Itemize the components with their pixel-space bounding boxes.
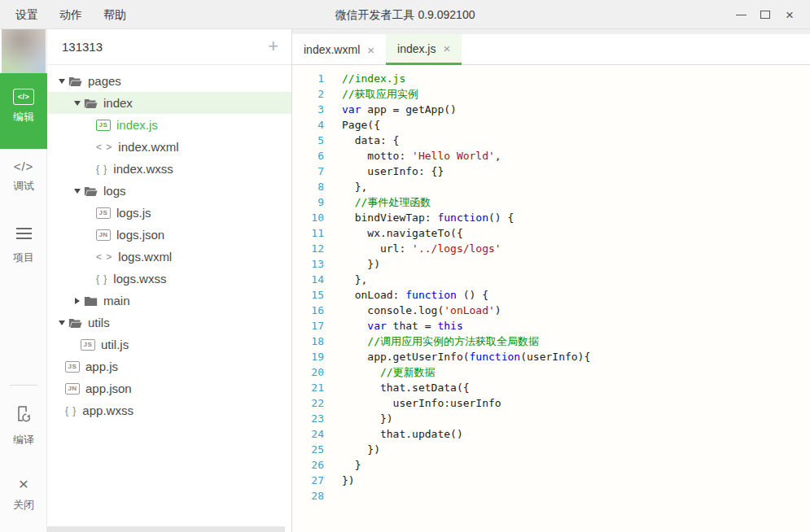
code-line[interactable]: 24 that.update() xyxy=(292,426,810,442)
code-line-content: }) xyxy=(342,442,380,457)
json-badge-icon: JN xyxy=(96,229,111,241)
tree-item-pages[interactable]: pages xyxy=(47,70,291,92)
wxss-file-icon: { } xyxy=(65,405,77,416)
code-line[interactable]: 17 var that = this xyxy=(292,318,810,334)
tree-item-logs-wxml[interactable]: < >logs.wxml xyxy=(47,246,291,268)
code-line[interactable]: 15 onLoad: function () { xyxy=(292,287,810,303)
tree-item-app-json[interactable]: JNapp.json xyxy=(47,377,291,399)
add-file-button[interactable]: + xyxy=(263,29,283,65)
folder-open-icon xyxy=(68,76,82,87)
folder-closed-icon xyxy=(84,295,98,307)
caret-down-icon[interactable] xyxy=(72,101,82,106)
code-line[interactable]: 10 bindViewTap: function() { xyxy=(292,210,810,225)
explorer-horizontal-scrollbar[interactable] xyxy=(47,526,285,532)
curly-braces-icon: { } xyxy=(96,164,107,175)
tree-item-logs-wxss[interactable]: { }logs.wxss xyxy=(47,268,291,290)
tab-index-wxml[interactable]: index.wxml× xyxy=(292,34,386,65)
close-x-icon: × xyxy=(19,474,28,493)
caret-down-icon[interactable] xyxy=(72,189,82,194)
line-number: 14 xyxy=(292,272,324,287)
code-line-content: console.log('onLoad') xyxy=(342,303,501,318)
window-title: 微信开发者工具 0.9.092100 xyxy=(0,0,810,29)
tree-item-label: util.js xyxy=(101,338,129,351)
tree-item-logs-json[interactable]: JNlogs.json xyxy=(47,224,291,246)
code-editor[interactable]: 1//index.js2//获取应用实例3var app = getApp()4… xyxy=(292,65,810,532)
curly-braces-icon: { } xyxy=(65,405,77,416)
tree-item-logs-js[interactable]: JSlogs.js xyxy=(47,202,291,224)
code-line[interactable]: 13 }) xyxy=(292,256,810,272)
code-line[interactable]: 19 app.getUserInfo(function(userInfo){ xyxy=(292,349,810,364)
code-line-content: userInfo:userInfo xyxy=(342,395,501,411)
code-line-content: //更新数据 xyxy=(342,364,436,380)
js-badge-icon: JS xyxy=(96,120,111,131)
tree-item-app-js[interactable]: JSapp.js xyxy=(47,355,291,377)
code-line-content: bindViewTap: function() { xyxy=(342,210,514,225)
code-line[interactable]: 8 }, xyxy=(292,179,810,194)
project-name: 131313 xyxy=(62,29,103,65)
caret-down-icon[interactable] xyxy=(57,79,67,84)
code-line[interactable]: 27}) xyxy=(292,473,810,488)
sidebar-item-project[interactable]: 项目 xyxy=(0,225,47,265)
code-box-icon: </> xyxy=(13,89,34,105)
code-line[interactable]: 26 } xyxy=(292,457,810,473)
code-line[interactable]: 6 motto: 'Hello World', xyxy=(292,148,810,164)
code-line[interactable]: 22 userInfo:userInfo xyxy=(292,395,810,411)
minimize-icon xyxy=(736,15,747,15)
sidebar-item-compile[interactable]: 编译 xyxy=(0,403,47,447)
code-line-content: onLoad: function () { xyxy=(342,287,488,303)
code-line[interactable]: 3var app = getApp() xyxy=(292,102,810,117)
activity-sidebar: </>编辑</>调试项目编译×关闭 xyxy=(0,29,47,532)
tree-item-index-js[interactable]: JSindex.js xyxy=(47,114,291,136)
tree-item-main[interactable]: main xyxy=(47,290,291,312)
code-line[interactable]: 12 url: '../logs/logs' xyxy=(292,241,810,256)
tree-item-utils[interactable]: utils xyxy=(47,312,291,334)
tab-index-js[interactable]: index.js× xyxy=(386,34,462,65)
code-line[interactable]: 7 userInfo: {} xyxy=(292,164,810,179)
code-line-content: that.update() xyxy=(342,426,463,442)
tree-item-logs[interactable]: logs xyxy=(47,180,291,202)
code-line[interactable]: 16 console.log('onLoad') xyxy=(292,303,810,318)
code-line[interactable]: 2//获取应用实例 xyxy=(292,86,810,102)
maximize-button[interactable] xyxy=(753,4,777,25)
caret-down-icon[interactable] xyxy=(57,321,67,325)
line-number: 10 xyxy=(292,210,324,225)
tab-close-icon[interactable]: × xyxy=(367,44,374,56)
code-line[interactable]: 14 }, xyxy=(292,272,810,287)
tree-item-util-js[interactable]: JSutil.js xyxy=(47,334,291,355)
tab-close-icon[interactable]: × xyxy=(443,42,450,55)
line-number: 11 xyxy=(292,225,324,241)
sidebar-item-debug[interactable]: </>调试 xyxy=(0,159,47,194)
code-line[interactable]: 5 data: { xyxy=(292,133,810,148)
code-line[interactable]: 11 wx.navigateTo({ xyxy=(292,225,810,241)
code-line[interactable]: 18 //调用应用实例的方法获取全局数据 xyxy=(292,334,810,349)
avatar[interactable] xyxy=(2,29,46,73)
close-button[interactable]: × xyxy=(777,4,802,25)
code-line[interactable]: 25 }) xyxy=(292,442,810,457)
file-tree: pagesindexJSindex.js< >index.wxml{ }inde… xyxy=(47,70,291,524)
js-file-icon: JS xyxy=(96,120,111,131)
tree-item-label: utils xyxy=(88,316,110,329)
code-line[interactable]: 21 that.setData({ xyxy=(292,380,810,395)
tree-item-index-wxss[interactable]: { }index.wxss xyxy=(47,158,291,180)
code-line[interactable]: 28 xyxy=(292,488,810,504)
minimize-button[interactable] xyxy=(729,4,753,25)
window-titlebar: 设置动作帮助 微信开发者工具 0.9.092100 × xyxy=(0,0,810,29)
tree-item-index[interactable]: index xyxy=(47,92,291,114)
code-line[interactable]: 20 //更新数据 xyxy=(292,364,810,380)
explorer-header: 131313 + xyxy=(47,29,291,65)
code-line[interactable]: 23 }) xyxy=(292,411,810,426)
js-file-icon: JS xyxy=(65,361,80,373)
line-number: 5 xyxy=(292,133,324,148)
sidebar-item-close[interactable]: ×关闭 xyxy=(0,475,47,512)
caret-right-icon[interactable] xyxy=(72,298,82,304)
line-number: 12 xyxy=(292,241,324,256)
code-line[interactable]: 1//index.js xyxy=(292,71,810,86)
code-line[interactable]: 4Page({ xyxy=(292,117,810,133)
tree-item-app-wxss[interactable]: { }app.wxss xyxy=(47,399,291,421)
json-file-icon: JN xyxy=(65,383,80,395)
code-line-content: that.setData({ xyxy=(342,380,470,395)
code-line[interactable]: 9 //事件处理函数 xyxy=(292,194,810,210)
sidebar-item-edit[interactable]: </>编辑 xyxy=(0,73,47,149)
tree-item-index-wxml[interactable]: < >index.wxml xyxy=(47,136,291,158)
code-line-content: //index.js xyxy=(342,71,405,86)
